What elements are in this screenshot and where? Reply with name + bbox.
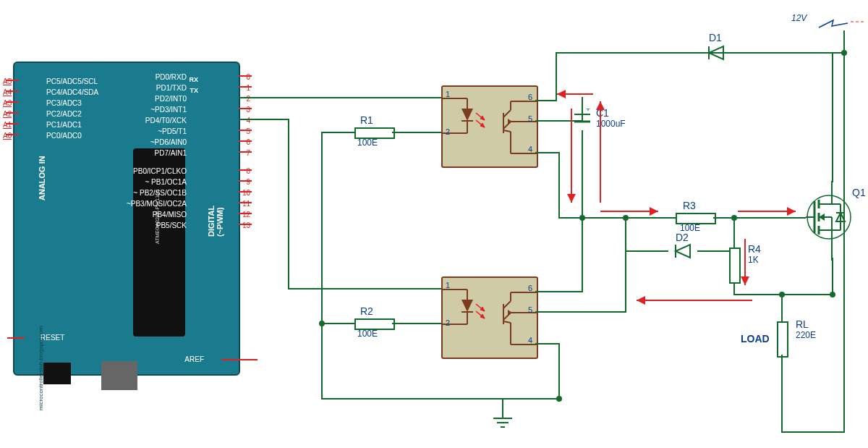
wire-opto2-p6 <box>535 291 583 292</box>
dpin-10: 10 <box>242 189 250 197</box>
reset-stub <box>7 337 25 339</box>
svg-marker-36 <box>508 310 512 316</box>
wire-rl-top <box>781 294 783 321</box>
pin-a2: A2 <box>3 110 12 118</box>
wire-opto2-p4 <box>535 343 560 345</box>
aref-label: AREF <box>184 355 204 363</box>
pin-a0: A0 <box>3 132 12 140</box>
c1-value: 1000uF <box>596 119 626 129</box>
opto2-pin2: 2 <box>446 318 450 327</box>
dpin-1: 1 <box>246 84 250 92</box>
wire-12v-side <box>843 52 845 433</box>
pd6: ~PD6/AIN0 <box>150 138 187 146</box>
rl-label: RL <box>796 318 809 330</box>
pin-a3: A3 <box>3 99 12 107</box>
reset-label: RESET <box>41 334 64 342</box>
opto2-pin4: 4 <box>528 336 532 345</box>
wire-opto1-p6 <box>535 100 557 101</box>
wire-pin4-c <box>288 288 441 289</box>
pb3: ~PB3/MOSI/OC2A <box>127 200 187 208</box>
resistor-rl <box>777 321 788 358</box>
svg-marker-16 <box>508 119 512 124</box>
wire-opto2-p6-up <box>582 217 583 292</box>
lbl-pc1: PC1/ADC1 <box>46 121 82 129</box>
diode-d1 <box>702 43 731 62</box>
d2-label: D2 <box>676 232 689 243</box>
lbl-pc4: PC4/ADC4/SDA <box>46 88 98 96</box>
r4-label: R4 <box>748 243 761 255</box>
pb4: PB4/MISO <box>153 211 187 219</box>
wire-opto1-p6-up <box>556 52 557 101</box>
pin-a4: A4 <box>3 88 12 96</box>
pin-a5: A5 <box>3 77 12 85</box>
wire-12v-rail <box>556 52 845 54</box>
junction-gnd <box>556 396 562 402</box>
analog-section-label: ANALOG IN <box>38 156 46 200</box>
wire-pin4-b <box>288 119 289 289</box>
pb1: ~ PB1/OC1A <box>145 178 187 186</box>
pd1: PD1/TXD <box>156 84 187 92</box>
pb0: PB0/ICP1/CLKO <box>133 167 187 175</box>
optocoupler-1: 1 2 6 5 4 <box>441 85 538 168</box>
wire-d2-left-down <box>625 217 626 252</box>
wire-pin2-opto1p1 <box>239 97 441 98</box>
wire-r1-down <box>321 132 323 400</box>
opto2-pin1: 1 <box>446 281 450 289</box>
dpin-0: 0 <box>246 73 250 81</box>
opto1-pin4: 4 <box>528 145 532 153</box>
dpin-13: 13 <box>242 221 250 229</box>
pin-a1: A1 <box>3 121 12 129</box>
wire-c1-bottom <box>582 130 583 219</box>
v12-label: 12V <box>791 13 807 23</box>
rl-value: 220E <box>796 330 816 340</box>
q1-label: Q1 <box>852 187 866 198</box>
pd4: PD4/T0/XCK <box>145 117 187 124</box>
pd2: PD2/INT0 <box>155 95 187 103</box>
wire-rl-bottom <box>781 355 783 433</box>
diode-d2 <box>668 242 697 261</box>
opto2-pin6: 6 <box>528 284 532 292</box>
pd3: ~PD3/INT1 <box>150 106 187 114</box>
junction-rl-top <box>779 292 785 297</box>
svg-marker-23 <box>461 300 473 312</box>
svg-marker-50 <box>676 245 690 258</box>
opto1-pin2: 2 <box>446 127 450 136</box>
r1-label: R1 <box>360 114 373 126</box>
dpin-2: 2 <box>246 95 250 103</box>
d1-label: D1 <box>709 32 722 43</box>
junction-source <box>830 292 835 297</box>
pd0: PD0/RXD <box>156 73 187 81</box>
wire-r2-opto2p2 <box>392 323 441 324</box>
opto1-pin5: 5 <box>528 114 532 123</box>
svg-marker-44 <box>709 46 723 59</box>
resistor-r4 <box>729 248 741 284</box>
junction-c1-bus <box>579 215 585 221</box>
r1-value: 100E <box>357 138 378 148</box>
svg-marker-3 <box>461 109 473 121</box>
circuit-diagram: ATMEGA328P-PU 1121 ANALOG IN DIGITAL (~P… <box>0 0 868 448</box>
svg-line-19 <box>503 130 511 132</box>
wire-gnd-bus <box>321 398 560 400</box>
opto1-pin6: 6 <box>528 93 532 101</box>
dpin-4: 4 <box>246 117 250 124</box>
r3-label: R3 <box>683 200 696 211</box>
wire-q1-drain <box>832 52 833 182</box>
load-label: LOAD <box>741 333 770 345</box>
ground-symbol <box>492 417 514 431</box>
arduino-board: ATMEGA328P-PU 1121 ANALOG IN DIGITAL (~P… <box>13 62 240 376</box>
tx-label: TX <box>190 87 198 94</box>
wire-opto1-p4-down <box>558 152 560 217</box>
c1-label: C1 <box>596 107 609 119</box>
dpin-12: 12 <box>242 211 250 219</box>
wire-r1-left <box>321 132 354 133</box>
opto1-pin1: 1 <box>446 90 450 98</box>
wire-r2-left <box>321 323 354 324</box>
wire-r3-right <box>713 217 806 219</box>
wire-opto2-p5 <box>535 311 626 313</box>
wire-opto2-p4-down <box>558 343 560 400</box>
lbl-pc5: PC5/ADC5/SCL <box>46 77 98 85</box>
svg-line-39 <box>503 321 511 323</box>
dpin-6: 6 <box>246 138 250 146</box>
dpin-11: 11 <box>242 200 250 208</box>
r2-value: 100E <box>357 329 378 339</box>
